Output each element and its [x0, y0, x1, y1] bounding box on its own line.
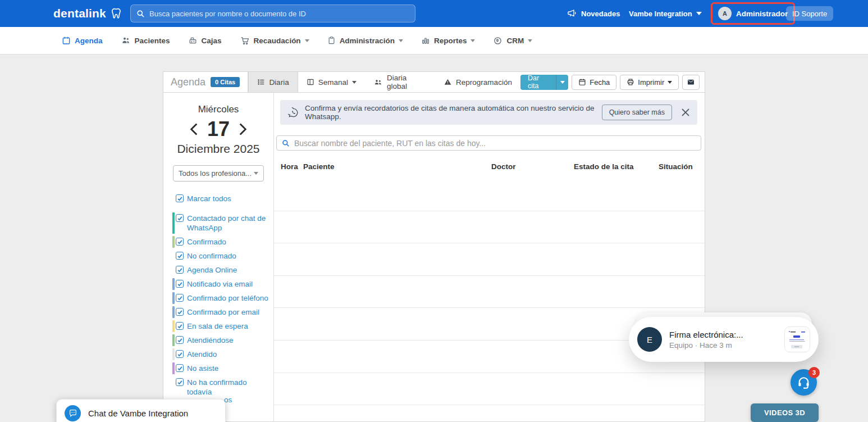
filter-item[interactable]: Atendido: [163, 347, 273, 361]
checkbox-checked-icon[interactable]: [176, 194, 184, 202]
nav-item-administracion[interactable]: Administración: [327, 36, 403, 45]
column-header-estado: Estado de la cita: [574, 162, 634, 171]
nav-item-recaudacion[interactable]: Recaudación: [240, 36, 309, 46]
nav-item-crm[interactable]: CRM: [493, 36, 532, 46]
checkbox-checked-icon[interactable]: [176, 238, 184, 246]
mail-button[interactable]: [682, 75, 700, 90]
videos-3d-button[interactable]: VIDEOS 3D: [751, 403, 819, 422]
filter-label[interactable]: Contactado por chat de WhatsApp: [187, 214, 266, 232]
user-label: Administrador: [736, 10, 788, 18]
tab-diaria[interactable]: Diaria: [248, 72, 298, 92]
filter-item[interactable]: Confirmado por teléfono: [163, 291, 273, 305]
calendar-icon: [578, 78, 586, 86]
dar-cita-dropdown[interactable]: [556, 75, 568, 90]
filter-label[interactable]: Confirmado por teléfono: [187, 294, 268, 302]
filter-item[interactable]: Notificado via email: [163, 277, 273, 291]
status-color-bar: [172, 334, 175, 346]
imprimir-button[interactable]: Imprimir: [620, 75, 679, 90]
agenda-panel-header: Agenda 0 Citas Diaria Semana: [163, 72, 705, 93]
filter-item[interactable]: Agenda Online: [163, 263, 273, 277]
nav-label: Reportes: [434, 37, 467, 45]
tab-semanal[interactable]: Semanal: [298, 72, 365, 92]
next-day-button[interactable]: [239, 122, 247, 136]
filter-label[interactable]: Atendido: [187, 350, 217, 359]
checkbox-checked-icon[interactable]: [176, 378, 184, 386]
printer-icon: [627, 78, 634, 86]
status-color-bar: [172, 348, 175, 360]
quiero-saber-mas-button[interactable]: Quiero saber más: [602, 105, 672, 120]
list-icon: [257, 78, 265, 86]
chat-widget[interactable]: Chat de Vambe Integration: [56, 399, 226, 422]
filter-item[interactable]: Confirmado: [163, 235, 273, 249]
filter-label[interactable]: No ha confirmado todavía: [187, 378, 247, 396]
filter-item[interactable]: Atendiéndose: [163, 333, 273, 347]
tab-reprogramacion[interactable]: Reprogramación: [435, 72, 520, 92]
cash-register-icon: [188, 36, 198, 45]
prev-day-button[interactable]: [190, 122, 198, 136]
filter-label[interactable]: Agenda Online: [187, 266, 237, 274]
checkbox-checked-icon[interactable]: [176, 266, 184, 274]
chevron-down-icon: [254, 172, 258, 175]
checkbox-checked-icon[interactable]: [176, 364, 184, 372]
filter-item[interactable]: No confirmado: [163, 249, 273, 263]
global-search-input[interactable]: [149, 10, 409, 18]
user-avatar: A: [718, 7, 732, 20]
filter-item[interactable]: Confirmado por email: [163, 305, 273, 319]
checkbox-checked-icon[interactable]: [176, 214, 184, 222]
filter-item[interactable]: No ha confirmado todavía: [163, 375, 273, 399]
column-header-hora: Hora: [281, 162, 298, 171]
notification-card[interactable]: E Firma electrónica:... Equipo · Hace 3 …: [629, 317, 819, 362]
filter-item[interactable]: En sala de espera: [163, 319, 273, 333]
close-icon[interactable]: [682, 108, 689, 116]
checkbox-checked-icon[interactable]: [176, 322, 184, 330]
checkbox-checked-icon[interactable]: [176, 350, 184, 358]
filter-label[interactable]: Confirmado: [187, 238, 226, 246]
support-fab[interactable]: 3: [791, 369, 817, 396]
month-year-label: Diciembre 2025: [163, 142, 273, 156]
checkbox-checked-icon[interactable]: [176, 336, 184, 344]
filter-label[interactable]: Atendiéndose: [187, 336, 234, 344]
status-color-bar: [172, 376, 175, 398]
nav-item-pacientes[interactable]: Pacientes: [121, 36, 170, 45]
novedades-button[interactable]: Novedades: [567, 0, 620, 27]
filter-label[interactable]: No asiste: [187, 364, 218, 373]
support-id-badge[interactable]: ID Soporte: [786, 6, 833, 21]
checkbox-checked-icon[interactable]: [176, 252, 184, 260]
account-menu[interactable]: Vambe Integration: [629, 0, 702, 27]
tab-diaria-global[interactable]: Diaria global: [365, 72, 435, 92]
page-title: Agenda: [171, 76, 205, 88]
chevron-down-icon: [528, 39, 532, 42]
agenda-panel: Agenda 0 Citas Diaria Semana: [163, 71, 705, 422]
nav-label: Recaudación: [254, 37, 301, 45]
status-color-bar: [172, 362, 175, 374]
filter-label[interactable]: No confirmado: [187, 252, 236, 260]
filter-label[interactable]: Marcar todos: [187, 194, 231, 203]
search-icon: [282, 139, 290, 147]
checkbox-checked-icon[interactable]: [176, 308, 184, 316]
nav-item-reportes[interactable]: Reportes: [421, 36, 476, 45]
user-menu-highlighted[interactable]: A Administrador: [711, 2, 795, 25]
patient-day-search[interactable]: [276, 135, 701, 151]
nav-label: Administración: [340, 37, 395, 45]
chevron-down-icon: [696, 12, 702, 15]
nav-item-cajas[interactable]: Cajas: [188, 36, 222, 45]
professional-select[interactable]: Todos los profesiona...: [173, 165, 264, 181]
professional-select-value: Todos los profesiona...: [179, 169, 252, 178]
filter-label[interactable]: Notificado via email: [187, 280, 253, 288]
filter-item-select-all[interactable]: Marcar todos: [163, 192, 273, 206]
filter-label[interactable]: Confirmado por email: [187, 308, 259, 316]
checkbox-checked-icon[interactable]: [176, 294, 184, 302]
patient-day-search-input[interactable]: [294, 139, 696, 148]
chevron-down-icon: [399, 39, 403, 42]
fecha-button[interactable]: Fecha: [572, 75, 616, 90]
filter-label[interactable]: En sala de espera: [187, 322, 248, 330]
account-label: Vambe Integration: [629, 10, 692, 18]
filter-item[interactable]: No asiste: [163, 361, 273, 375]
dar-cita-button[interactable]: Dar cita: [520, 75, 556, 90]
checkbox-checked-icon[interactable]: [176, 280, 184, 288]
app-logo: dentalink: [53, 0, 124, 27]
filter-item[interactable]: Contactado por chat de WhatsApp: [163, 211, 273, 235]
nav-item-agenda[interactable]: Agenda: [62, 36, 103, 45]
nav-label: Cajas: [202, 37, 222, 45]
global-search[interactable]: [130, 4, 415, 22]
